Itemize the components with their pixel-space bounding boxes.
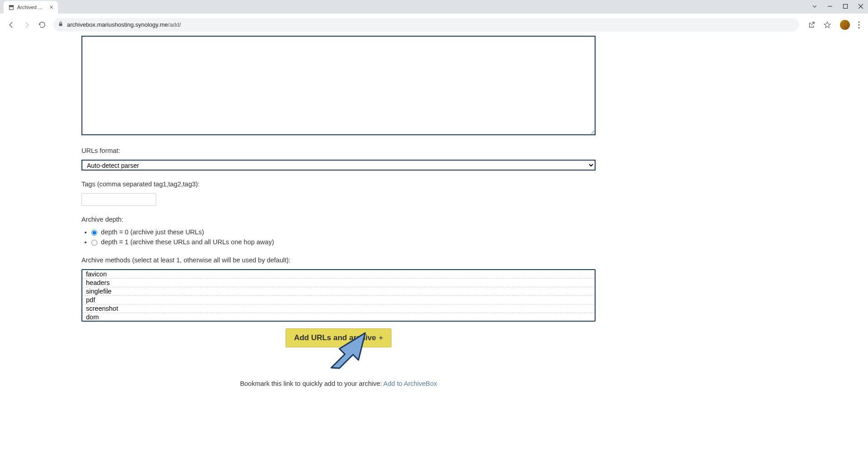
chevron-down-icon[interactable]	[810, 2, 819, 11]
method-option[interactable]: screenshot	[82, 304, 595, 313]
list-item: depth = 0 (archive just these URLs)	[91, 228, 596, 236]
address-bar[interactable]: archivebox.mariushosting.synology.me/add…	[53, 18, 799, 32]
bookmark-text: Bookmark this link to quickly add to you…	[240, 380, 383, 387]
url-host: archivebox.mariushosting.synology.me	[67, 21, 168, 28]
bookmark-link[interactable]: Add to ArchiveBox	[383, 380, 437, 387]
depth-radio-list: depth = 0 (archive just these URLs) dept…	[81, 228, 596, 246]
depth-0-label: depth = 0 (archive just these URLs)	[101, 228, 204, 236]
plus-icon: +	[379, 334, 383, 342]
toolbar: archivebox.mariushosting.synology.me/add…	[0, 14, 868, 36]
page-content: URLs format: Auto-detect parser Tags (co…	[0, 36, 677, 405]
list-item: depth = 1 (archive these URLs and all UR…	[91, 238, 596, 246]
window-close-icon[interactable]	[856, 2, 865, 11]
svg-point-5	[858, 21, 859, 23]
tab-bar: Archived Sites ✕	[0, 0, 868, 14]
add-urls-button[interactable]: Add URLs and archive +	[286, 328, 392, 347]
svg-rect-0	[9, 5, 14, 7]
window-controls	[810, 2, 865, 11]
method-option[interactable]: favicon	[82, 270, 595, 279]
browser-tab[interactable]: Archived Sites ✕	[4, 1, 58, 14]
star-icon[interactable]	[822, 19, 833, 30]
methods-select[interactable]: favicon headers singlefile pdf screensho…	[81, 269, 596, 322]
share-icon[interactable]	[806, 19, 817, 30]
avatar[interactable]	[840, 20, 850, 30]
svg-point-7	[858, 27, 859, 28]
minimize-icon[interactable]	[825, 2, 835, 11]
svg-rect-3	[844, 5, 848, 9]
submit-label: Add URLs and archive	[294, 333, 376, 342]
bookmark-row: Bookmark this link to quickly add to you…	[81, 380, 596, 387]
urls-format-label: URLs format:	[81, 147, 596, 154]
depth-0-radio[interactable]	[91, 230, 97, 236]
archivebox-favicon-icon	[8, 4, 14, 10]
tab-title: Archived Sites	[17, 5, 45, 10]
methods-label: Archive methods (select at least 1, othe…	[81, 256, 596, 264]
depth-1-radio[interactable]	[91, 240, 97, 246]
url-path: /add/	[168, 21, 181, 28]
svg-point-6	[858, 24, 859, 25]
page-viewport: URLs format: Auto-detect parser Tags (co…	[0, 36, 868, 465]
method-option[interactable]: headers	[82, 279, 595, 287]
submit-row: Add URLs and archive +	[81, 328, 596, 347]
maximize-icon[interactable]	[841, 2, 850, 11]
archive-depth-label: Archive depth:	[81, 216, 596, 223]
back-button[interactable]	[5, 18, 18, 32]
depth-1-label: depth = 1 (archive these URLs and all UR…	[101, 238, 274, 246]
lock-icon	[58, 21, 63, 28]
browser-chrome: Archived Sites ✕	[0, 0, 868, 36]
tags-input[interactable]	[81, 193, 156, 206]
urls-textarea[interactable]	[81, 36, 596, 135]
svg-rect-4	[59, 24, 62, 26]
method-option[interactable]: singlefile	[82, 287, 595, 296]
method-option[interactable]: dom	[82, 313, 595, 322]
reload-button[interactable]	[35, 18, 49, 32]
forward-button[interactable]	[20, 18, 33, 32]
kebab-menu-icon[interactable]	[854, 20, 863, 29]
tags-label: Tags (comma separated tag1,tag2,tag3):	[81, 180, 596, 188]
close-icon[interactable]: ✕	[48, 4, 54, 10]
urls-format-select[interactable]: Auto-detect parser	[81, 160, 596, 171]
svg-rect-1	[10, 7, 14, 9]
method-option[interactable]: pdf	[82, 296, 595, 304]
right-controls	[806, 19, 863, 30]
url-text: archivebox.mariushosting.synology.me/add…	[67, 21, 795, 28]
